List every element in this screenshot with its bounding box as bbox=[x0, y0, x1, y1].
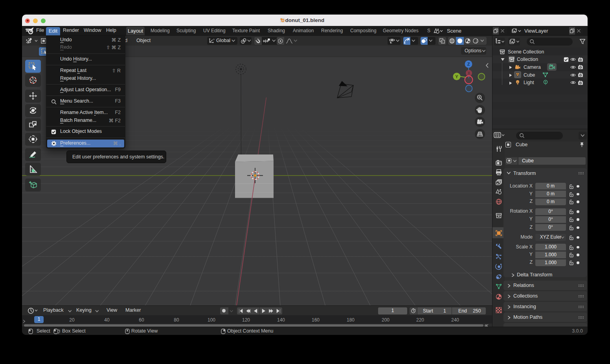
svg-text:Y: Y bbox=[455, 74, 458, 79]
svg-text:X: X bbox=[467, 71, 470, 75]
svg-text:Z: Z bbox=[467, 62, 470, 66]
